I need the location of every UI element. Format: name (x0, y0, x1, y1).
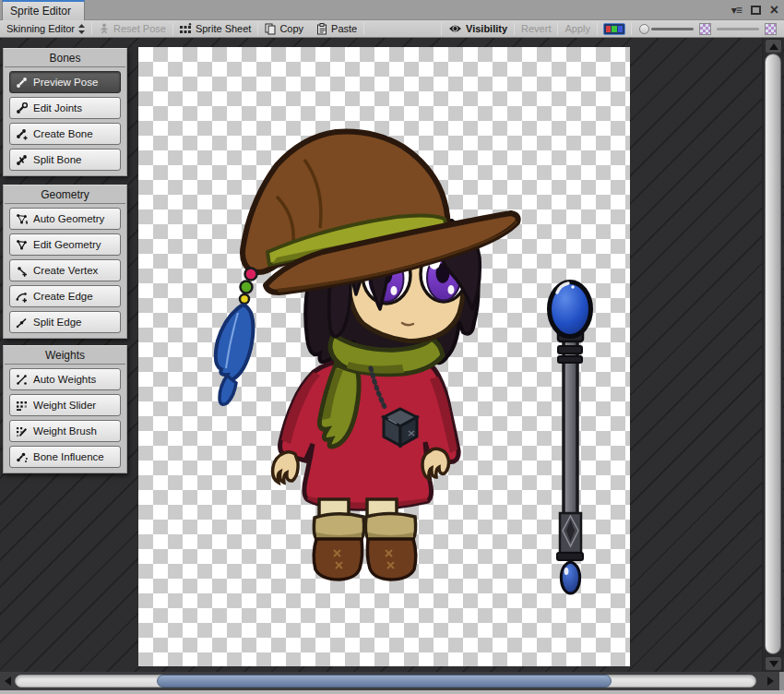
reset-pose-icon (99, 23, 110, 34)
scroll-up-button[interactable] (766, 40, 781, 53)
auto-weights-icon (16, 374, 28, 386)
toolbar-separator (363, 22, 364, 35)
toolbar-right-group: Visibility Revert Apply (441, 20, 784, 37)
copy-icon (265, 23, 276, 35)
mode-dropdown-label: Skinning Editor (6, 23, 75, 34)
reset-pose-button[interactable]: Reset Pose (92, 20, 172, 37)
paste-button[interactable]: Paste (310, 20, 363, 37)
weight-slider-button[interactable]: Weight Slider (9, 394, 121, 416)
maximize-icon[interactable] (751, 6, 761, 15)
panel-divider (5, 66, 125, 67)
auto-geometry-button[interactable]: Auto Geometry (9, 208, 121, 230)
bones-panel: Bones Preview Pose Edit Joints Create Bo… (3, 48, 127, 176)
zoom-slider-knob[interactable] (639, 24, 649, 34)
bone-influence-button[interactable]: Bone Influence (9, 446, 121, 468)
rgb-green-stripe (612, 26, 616, 32)
split-bone-icon (16, 154, 28, 166)
visibility-eye-icon (448, 24, 462, 33)
panel-divider (5, 203, 125, 204)
tab-title: Sprite Editor (10, 5, 71, 18)
dropdown-updown-icon (78, 24, 85, 34)
weight-brush-icon (16, 425, 28, 437)
sprite-editor-window: Sprite Editor ▾≡ × Skinning Editor Reset… (0, 0, 784, 694)
tab-sprite-editor[interactable]: Sprite Editor (2, 0, 85, 20)
down-arrow-icon (769, 661, 778, 667)
create-bone-icon (16, 128, 28, 140)
weights-panel: Weights Auto Weights Weight Slider Weigh… (3, 345, 127, 473)
copy-button[interactable]: Copy (258, 20, 310, 37)
close-icon[interactable]: × (770, 3, 778, 18)
sprite-canvas[interactable] (138, 47, 630, 666)
staff-sprite (550, 282, 591, 594)
create-edge-icon (16, 291, 28, 303)
up-arrow-icon (769, 43, 778, 50)
window-bottom-edge (0, 690, 784, 694)
geometry-panel-title: Geometry (4, 185, 126, 203)
bones-panel-title: Bones (4, 49, 126, 66)
hat-beads-and-feather (216, 269, 257, 405)
split-bone-button[interactable]: Split Bone (9, 149, 121, 171)
left-arrow-icon (5, 676, 11, 686)
scroll-left-button[interactable] (1, 676, 14, 687)
alpha-texture-icon (765, 23, 777, 35)
sprite-editor-toolbar: Skinning Editor Reset Pose Sprite Sheet … (0, 20, 784, 38)
preview-pose-icon (16, 77, 28, 89)
visibility-button[interactable]: Visibility (442, 20, 514, 37)
horizontal-scrollbar[interactable] (0, 672, 784, 690)
rgb-red-stripe (606, 26, 611, 32)
window-controls: ▾≡ × (731, 2, 778, 18)
weights-panel-title: Weights (4, 346, 126, 364)
toolbar-separator (597, 22, 598, 35)
unity-cube-pendant (384, 409, 417, 446)
alpha-texture-icon (699, 23, 711, 35)
create-edge-button[interactable]: Create Edge (9, 285, 121, 307)
edit-joints-icon (16, 102, 28, 114)
revert-button[interactable]: Revert (515, 20, 557, 37)
character-sprite (138, 47, 630, 666)
witch-girl-sprite (216, 132, 518, 580)
rgb-blue-stripe (618, 26, 623, 32)
vertical-scrollbar-thumb[interactable] (765, 54, 781, 654)
scroll-down-button[interactable] (766, 657, 781, 670)
weight-brush-button[interactable]: Weight Brush (9, 420, 121, 442)
preview-pose-button[interactable]: Preview Pose (9, 71, 121, 93)
right-arrow-icon (767, 676, 774, 686)
edit-geometry-icon (16, 239, 28, 251)
create-vertex-icon (16, 265, 28, 277)
mode-dropdown[interactable]: Skinning Editor (0, 20, 91, 37)
geometry-panel: Geometry Auto Geometry Edit Geometry Cre… (3, 185, 127, 339)
sprite-sheet-button[interactable]: Sprite Sheet (173, 20, 258, 37)
zoom-slider-track[interactable] (651, 28, 694, 30)
scroll-right-button[interactable] (764, 676, 777, 687)
zoom-alpha-sliders (632, 20, 784, 37)
edit-geometry-button[interactable]: Edit Geometry (9, 233, 121, 256)
panel-divider (5, 364, 125, 365)
tab-bar: Sprite Editor ▾≡ × (0, 0, 784, 20)
split-edge-button[interactable]: Split Edge (9, 311, 121, 333)
scrollbar-corner (779, 672, 784, 690)
window-menu-icon[interactable]: ▾≡ (731, 5, 742, 16)
rgb-alpha-toggle[interactable] (603, 23, 625, 35)
sprite-sheet-icon (180, 23, 192, 34)
bone-influence-icon (16, 451, 28, 463)
create-vertex-button[interactable]: Create Vertex (9, 259, 121, 281)
auto-geometry-icon (16, 213, 28, 225)
auto-weights-button[interactable]: Auto Weights (9, 368, 121, 390)
weight-slider-icon (16, 400, 28, 412)
edit-joints-button[interactable]: Edit Joints (9, 97, 121, 119)
horizontal-scrollbar-thumb[interactable] (157, 675, 612, 688)
split-edge-icon (16, 317, 28, 329)
vertical-scrollbar[interactable] (762, 38, 783, 672)
create-bone-button[interactable]: Create Bone (9, 123, 121, 145)
apply-button[interactable]: Apply (558, 20, 597, 37)
paste-icon (316, 23, 327, 35)
mip-slider-track[interactable] (717, 28, 759, 30)
